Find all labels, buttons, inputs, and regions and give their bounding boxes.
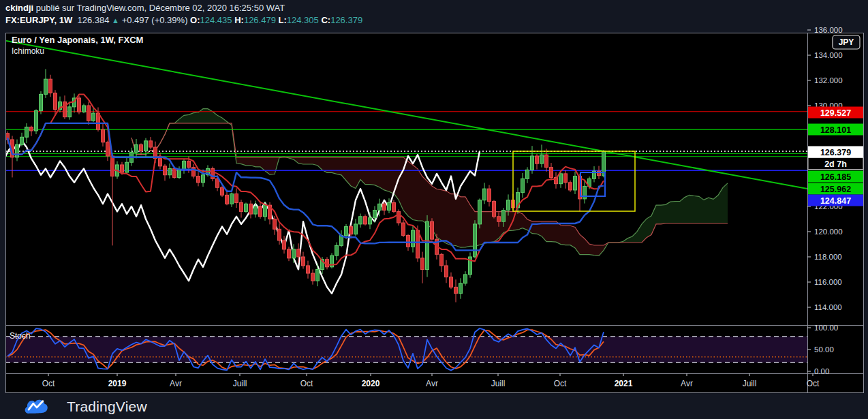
svg-text:Oct: Oct [300, 379, 313, 388]
svg-text:2d 7h: 2d 7h [824, 159, 847, 169]
price-label: 129.527 [808, 107, 863, 119]
svg-text:50.00: 50.00 [814, 345, 834, 354]
countdown-label: 2d 7h [808, 158, 863, 170]
svg-text:Juill: Juill [743, 379, 757, 388]
up-arrow-icon: ▲ [112, 16, 119, 25]
svg-text:114.000: 114.000 [814, 303, 842, 311]
symbol-statusline: FX:EURJPY, 1W 126.384 ▲ +0.497 (+0.39%) … [5, 14, 362, 27]
svg-text:Juill: Juill [233, 379, 247, 388]
svg-text:Oct: Oct [807, 379, 820, 388]
svg-text:JPY: JPY [839, 37, 854, 47]
low-value: 124.305 [287, 15, 319, 25]
last-price: 126.384 [77, 15, 109, 25]
svg-text:Avr: Avr [426, 379, 438, 388]
svg-text:Avr: Avr [681, 379, 693, 388]
svg-text:129.527: 129.527 [820, 108, 851, 118]
chart-canvas[interactable]: 136.000134.000132.000130.000122.000120.0… [0, 0, 868, 419]
price-label: 126.185 [808, 171, 863, 183]
footer-bar: TradingView [0, 394, 868, 419]
price-label: 124.847 [808, 195, 863, 206]
svg-text:Avr: Avr [170, 379, 182, 388]
svg-text:Oct: Oct [42, 379, 55, 388]
currency-badge[interactable]: JPY [833, 35, 860, 49]
svg-text:Juill: Juill [491, 379, 506, 388]
price-label: 126.379 [808, 146, 863, 158]
svg-text:136.000: 136.000 [814, 26, 843, 34]
symbol-name[interactable]: FX:EURJPY, 1W [5, 15, 72, 25]
open-label: O: [190, 15, 200, 25]
svg-text:128.101: 128.101 [820, 125, 851, 135]
svg-text:124.847: 124.847 [820, 196, 851, 206]
close-label: C: [321, 15, 330, 25]
svg-text:125.962: 125.962 [820, 185, 851, 194]
price-label: 125.962 [808, 183, 863, 195]
svg-text:126.185: 126.185 [820, 172, 851, 182]
author-name: ckindji [5, 3, 33, 13]
price-change: +0.497 (+0.39%) [122, 15, 188, 25]
svg-text:2020: 2020 [362, 379, 380, 388]
tradingview-logo-icon[interactable] [15, 397, 57, 416]
open-value: 124.435 [200, 15, 232, 25]
svg-text:126.379: 126.379 [820, 148, 851, 157]
high-value: 126.479 [244, 15, 276, 25]
svg-text:0.00: 0.00 [814, 367, 829, 375]
byline-text: publié sur TradingView.com, Décembre 02,… [33, 3, 285, 13]
brand-name[interactable]: TradingView [67, 399, 147, 415]
low-label: L: [279, 15, 287, 25]
svg-text:100.00: 100.00 [814, 324, 838, 332]
svg-text:132.000: 132.000 [814, 76, 843, 84]
publish-byline: ckindji publié sur TradingView.com, Déce… [5, 2, 285, 14]
tradingview-snapshot: 136.000134.000132.000130.000122.000120.0… [0, 0, 868, 419]
svg-text:2021: 2021 [615, 379, 633, 388]
svg-text:2019: 2019 [108, 379, 127, 388]
price-label: 128.101 [808, 124, 863, 136]
svg-text:116.000: 116.000 [814, 278, 842, 286]
high-label: H: [234, 15, 244, 25]
svg-text:134.000: 134.000 [814, 51, 843, 59]
svg-text:120.000: 120.000 [814, 228, 843, 236]
svg-text:Oct: Oct [554, 379, 567, 388]
svg-text:118.000: 118.000 [814, 253, 842, 261]
close-value: 126.379 [330, 15, 362, 25]
